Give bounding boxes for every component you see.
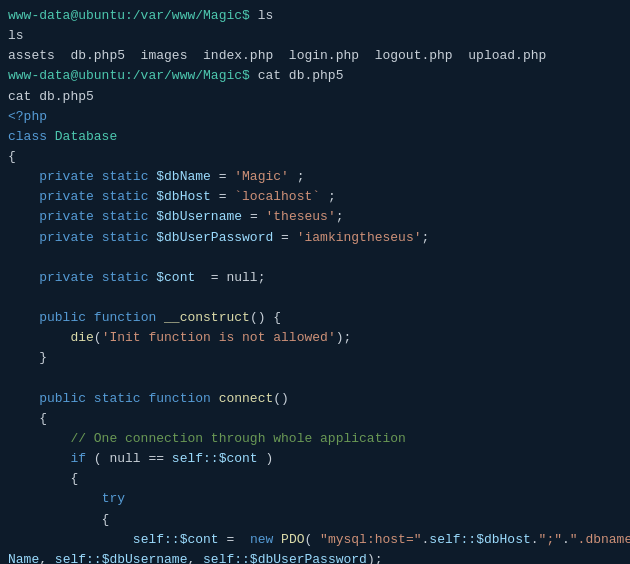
line-5: cat db.php5 [8,87,622,107]
line-15: die('Init function is not allowed'); [8,328,622,348]
line-20: if ( null == self::$cont ) [8,449,622,469]
line-blank3 [8,369,622,389]
line-7: class Database [8,127,622,147]
line-13: private static $cont = null; [8,268,622,288]
line-2: ls [8,26,622,46]
line-blank2 [8,288,622,308]
line-14: public function __construct() { [8,308,622,328]
line-11: private static $dbUsername = 'theseus'; [8,207,622,227]
line-17: public static function connect() [8,389,622,409]
line-10: private static $dbHost = `localhost` ; [8,187,622,207]
line-3: assets db.php5 images index.php login.ph… [8,46,622,66]
line-16: } [8,348,622,368]
terminal-window: www-data@ubuntu:/var/www/Magic$ ls ls as… [0,0,630,564]
line-blank1 [8,248,622,268]
line-12: private static $dbUserPassword = 'iamkin… [8,228,622,248]
line-18: { [8,409,622,429]
line-25: Name, self::$dbUsername, self::$dbUserPa… [8,550,622,564]
line-22: try [8,489,622,509]
line-8: { [8,147,622,167]
line-9: private static $dbName = 'Magic' ; [8,167,622,187]
line-4: www-data@ubuntu:/var/www/Magic$ cat db.p… [8,66,622,86]
line-23: { [8,510,622,530]
line-6: <?php [8,107,622,127]
line-21: { [8,469,622,489]
line-24: self::$cont = new PDO( "mysql:host=".sel… [8,530,622,550]
line-19: // One connection through whole applicat… [8,429,622,449]
line-1: www-data@ubuntu:/var/www/Magic$ ls [8,6,622,26]
